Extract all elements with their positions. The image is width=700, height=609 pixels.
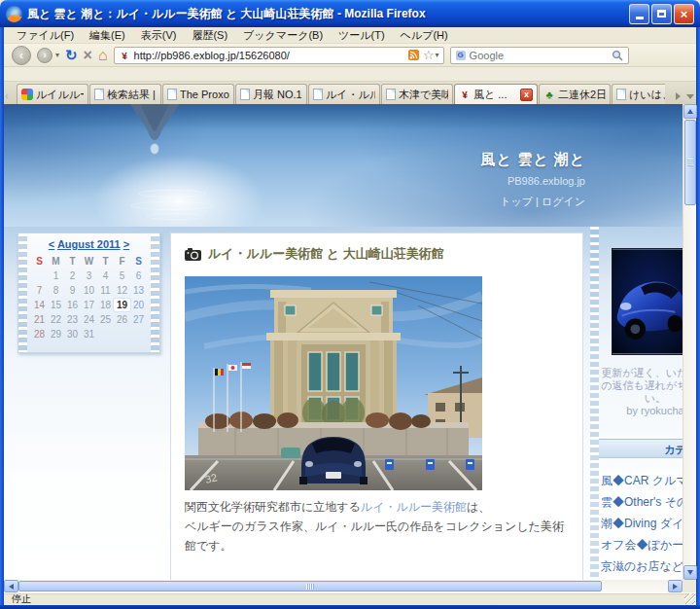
- tab-scroll-right-icon[interactable]: [676, 92, 681, 100]
- category-link[interactable]: 潮◆Diving ダイビング: [601, 513, 682, 534]
- calendar-day[interactable]: 11: [97, 284, 114, 297]
- tab-list-dropdown-icon[interactable]: [686, 94, 694, 99]
- minimize-button[interactable]: [629, 4, 649, 24]
- stop-button[interactable]: ×: [84, 48, 92, 63]
- bookmark-star-icon[interactable]: ☆: [423, 49, 435, 61]
- tab-item[interactable]: ルイルルー ...: [17, 84, 88, 104]
- refresh-button[interactable]: ↻: [65, 48, 78, 62]
- post-photo-museum[interactable]: 32: [185, 276, 482, 490]
- maximize-button[interactable]: [651, 4, 672, 24]
- calendar-day[interactable]: 9: [64, 284, 81, 297]
- calendar-day[interactable]: 28: [31, 328, 48, 340]
- tab-active[interactable]: ¥風と ...x: [454, 84, 538, 104]
- right-sidebar: 更新が遅く、いただいの返信も遅れがち。こい。by ryokucha カテゴリ 風…: [589, 242, 682, 577]
- close-button[interactable]: ×: [674, 4, 694, 24]
- scroll-right-button[interactable]: [668, 580, 682, 592]
- nav-toolbar: ‹ › ▾ ↻ × ⌂ ¥ ☆ ▾ G: [4, 44, 696, 67]
- category-link[interactable]: 京滋のお店など: [601, 555, 682, 577]
- url-input[interactable]: [134, 50, 404, 61]
- category-link[interactable]: オフ会◆ぽかーん: [601, 534, 682, 555]
- calendar-day[interactable]: 7: [31, 284, 48, 297]
- history-dropdown-icon[interactable]: ▾: [55, 51, 59, 59]
- calendar-next-link[interactable]: >: [123, 238, 129, 250]
- calendar-day[interactable]: 10: [81, 284, 97, 297]
- calendar-day[interactable]: 16: [64, 299, 81, 311]
- top-link[interactable]: トップ: [500, 196, 533, 207]
- post-title: ルイ・ルルー美術館 と 大山崎山荘美術館: [208, 245, 444, 263]
- calendar-day[interactable]: 22: [48, 313, 64, 326]
- calendar-day[interactable]: 30: [64, 328, 81, 340]
- calendar-day[interactable]: 5: [114, 269, 130, 282]
- tab-item[interactable]: ルイ・ルルー...: [308, 84, 380, 104]
- calendar-day[interactable]: 4: [97, 269, 114, 282]
- url-bar[interactable]: ¥ ☆ ▾: [114, 47, 444, 64]
- tab-scroll-left-icon[interactable]: ‹: [5, 90, 9, 101]
- tab-item[interactable]: 月報 NO.10...: [235, 84, 307, 104]
- calendar-day[interactable]: 27: [130, 313, 147, 326]
- scrollbar-corner: [682, 580, 696, 592]
- tab-close-button[interactable]: x: [520, 89, 533, 101]
- rss-icon[interactable]: [408, 50, 419, 60]
- menu-bar: ファイル(F)編集(E)表示(V)履歴(S)ブックマーク(B)ツール(T)ヘルプ…: [4, 27, 696, 44]
- resize-grip[interactable]: [684, 593, 695, 604]
- scroll-up-button[interactable]: [683, 104, 697, 119]
- search-icon[interactable]: [612, 50, 623, 61]
- menu-item[interactable]: ファイル(F): [10, 27, 81, 44]
- search-input[interactable]: [470, 50, 608, 61]
- tab-item[interactable]: 検索結果 | ...: [89, 84, 161, 104]
- menu-item[interactable]: ブックマーク(B): [236, 27, 330, 44]
- calendar-day[interactable]: 15: [48, 299, 64, 311]
- menu-item[interactable]: 編集(E): [83, 27, 132, 44]
- water-ripple: [138, 190, 206, 197]
- search-box[interactable]: G: [450, 47, 629, 64]
- museum-link[interactable]: ルイ・ルルー美術館: [361, 500, 467, 514]
- home-button[interactable]: ⌂: [98, 48, 108, 63]
- calendar-day[interactable]: 13: [130, 284, 147, 297]
- scroll-down-button[interactable]: [683, 565, 697, 580]
- vertical-scrollbar[interactable]: [682, 104, 696, 580]
- menu-item[interactable]: 表示(V): [134, 27, 184, 44]
- calendar-day[interactable]: 2: [64, 269, 81, 282]
- calendar-day[interactable]: 8: [48, 284, 64, 297]
- category-link[interactable]: 雲◆Other's その他: [601, 491, 682, 513]
- calendar-day[interactable]: 25: [97, 313, 114, 326]
- scroll-left-button[interactable]: [4, 580, 18, 592]
- menu-item[interactable]: ツール(T): [332, 27, 392, 44]
- tab-item[interactable]: けいは、: [612, 84, 665, 104]
- horizontal-scrollbar[interactable]: [4, 580, 696, 592]
- calendar-prev-link[interactable]: <: [49, 238, 54, 250]
- search-engine-icon[interactable]: G: [456, 51, 466, 60]
- calendar-day[interactable]: 20: [130, 299, 147, 311]
- calendar-day[interactable]: 14: [31, 299, 48, 311]
- menu-item[interactable]: ヘルプ(H): [394, 27, 455, 44]
- calendar-day[interactable]: 24: [81, 313, 97, 326]
- calendar-day[interactable]: 26: [114, 313, 130, 326]
- back-button[interactable]: ‹: [12, 46, 31, 65]
- url-dropdown-icon[interactable]: ▾: [436, 51, 439, 59]
- menu-item[interactable]: 履歴(S): [185, 27, 234, 44]
- site-favicon: ¥: [118, 49, 130, 61]
- category-link[interactable]: 風◆CAR クルマ: [601, 470, 682, 491]
- category-list: 風◆CAR クルマ雲◆Other's その他潮◆Diving ダイビングオフ会◆…: [601, 470, 682, 577]
- tab-item[interactable]: 木津で美味...: [381, 84, 453, 104]
- calendar-day[interactable]: 18: [97, 299, 114, 311]
- post-text: は、: [467, 500, 490, 514]
- forward-button[interactable]: ›: [37, 48, 52, 63]
- calendar-day[interactable]: 31: [81, 328, 97, 340]
- calendar-day[interactable]: 29: [48, 328, 64, 340]
- calendar-day[interactable]: 1: [48, 269, 64, 282]
- calendar-month-link[interactable]: August 2011: [57, 238, 121, 250]
- calendar-day[interactable]: 17: [81, 299, 97, 311]
- login-link[interactable]: ログイン: [542, 196, 585, 207]
- vertical-scroll-thumb[interactable]: [684, 120, 696, 205]
- tab-item[interactable]: ♣二連休2日...: [539, 84, 611, 104]
- calendar-day[interactable]: 23: [64, 313, 81, 326]
- calendar-day[interactable]: 6: [130, 269, 147, 282]
- tab-label: ルイ・ルルー...: [326, 88, 375, 102]
- calendar-day[interactable]: 12: [114, 284, 130, 297]
- calendar-day[interactable]: 3: [81, 269, 97, 282]
- calendar-day[interactable]: 21: [31, 313, 48, 326]
- calendar-day[interactable]: 19: [114, 299, 130, 311]
- horizontal-scroll-thumb[interactable]: [18, 581, 602, 591]
- tab-item[interactable]: The Proxom...: [162, 84, 234, 104]
